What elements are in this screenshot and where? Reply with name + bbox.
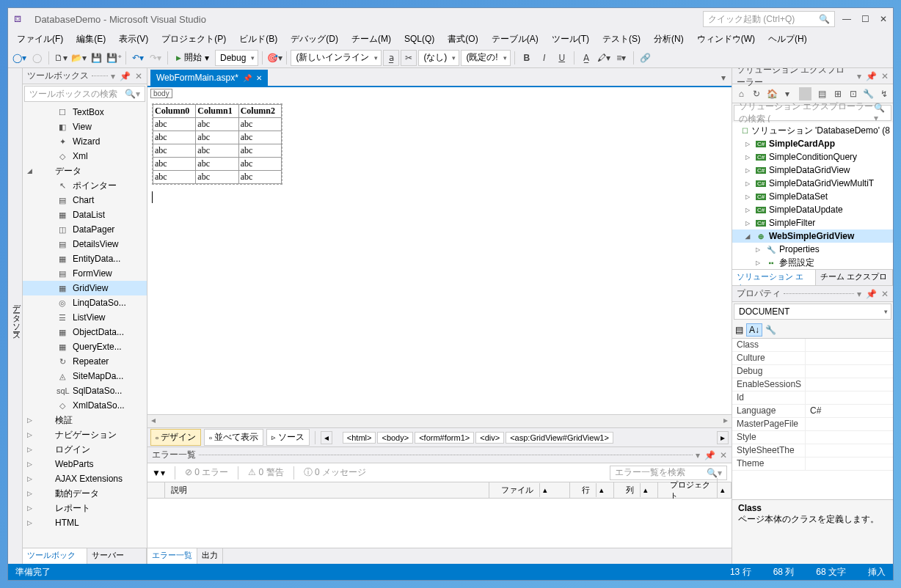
solution-item[interactable]: ▷C#SimpleDataUpdate bbox=[732, 203, 893, 216]
dropdown-icon[interactable]: ▾ bbox=[111, 71, 115, 81]
menu-item[interactable]: 編集(E) bbox=[70, 32, 112, 47]
solution-item[interactable]: ▷C#SimpleCardApp bbox=[732, 137, 893, 150]
toolbox-item[interactable]: ✦Wizard bbox=[23, 134, 147, 149]
messages-toggle[interactable]: ⓘ 0 メッセージ bbox=[304, 466, 366, 479]
pin-icon[interactable]: 📌 bbox=[704, 450, 715, 460]
designer-surface[interactable]: body Column0Column1Column2abcabcabcabcab… bbox=[147, 87, 732, 414]
property-row[interactable]: LanguageC# bbox=[732, 405, 893, 418]
toolbox-item[interactable]: ▦DataList bbox=[23, 207, 147, 222]
property-row[interactable]: Id bbox=[732, 392, 893, 405]
back-button[interactable]: ◯▾ bbox=[11, 50, 27, 66]
toolbox-footer-tab[interactable]: ツールボックス bbox=[23, 548, 87, 564]
property-row[interactable]: Culture bbox=[732, 352, 893, 365]
pin-icon[interactable]: 📌 bbox=[120, 71, 131, 81]
breadcrumb-prev-icon[interactable]: ◂ bbox=[321, 431, 332, 444]
toolbox-item[interactable]: ◧View bbox=[23, 120, 147, 134]
tabs-dropdown-icon[interactable]: ▾ bbox=[718, 70, 729, 86]
home-icon[interactable]: ⌂ bbox=[735, 89, 748, 99]
menu-item[interactable]: SQL(Q) bbox=[398, 32, 440, 45]
toolbox-item[interactable]: ▷WebParts bbox=[23, 457, 147, 471]
toolbox-footer-tab[interactable]: サーバー エ… bbox=[87, 548, 147, 564]
solution-item[interactable]: ▷C#SimpleFilter bbox=[732, 216, 893, 229]
toolbox-item[interactable]: ☐TextBox bbox=[23, 105, 147, 120]
ab-button[interactable]: a̲ bbox=[383, 50, 399, 66]
close-button[interactable]: ✕ bbox=[880, 14, 887, 24]
menu-item[interactable]: チーム(M) bbox=[346, 32, 397, 47]
redo-button[interactable]: ↷▾ bbox=[147, 50, 164, 66]
design-view-button[interactable]: ▫ デザイン bbox=[150, 429, 201, 446]
save-button[interactable]: 💾 bbox=[88, 50, 104, 66]
toolbox-item[interactable]: ▤Chart bbox=[23, 193, 147, 207]
new-project-button[interactable]: 🗋▾ bbox=[53, 50, 69, 66]
breadcrumb-item[interactable]: <html> bbox=[343, 432, 376, 444]
property-pages-icon[interactable]: 🔧 bbox=[765, 325, 776, 335]
default-combo[interactable]: (既定の! bbox=[461, 50, 510, 66]
toolbox-item[interactable]: ◢データ bbox=[23, 163, 147, 178]
menu-item[interactable]: プロジェクト(P) bbox=[156, 32, 232, 47]
bold-button[interactable]: B bbox=[519, 50, 535, 66]
toolbox-item[interactable]: ▤DetailsView bbox=[23, 237, 147, 251]
toolbox-item[interactable]: ◎LinqDataSo... bbox=[23, 295, 147, 310]
inline-combo[interactable]: (新しいインライン bbox=[291, 50, 382, 66]
toolbox-item[interactable]: ◇Xml bbox=[23, 149, 147, 163]
toolbox-item[interactable]: ↻Repeater bbox=[23, 354, 147, 369]
breadcrumb-item[interactable]: <form#form1> bbox=[415, 432, 474, 444]
none-combo[interactable]: (なし) bbox=[418, 50, 459, 66]
close-panel-icon[interactable]: ✕ bbox=[135, 71, 142, 81]
menu-item[interactable]: ビルド(B) bbox=[233, 32, 283, 47]
toolbox-item[interactable]: ▷ナビゲーション bbox=[23, 427, 147, 442]
forward-button[interactable]: ◯ bbox=[29, 50, 45, 66]
menu-item[interactable]: 書式(O) bbox=[442, 32, 484, 47]
toolbox-item[interactable]: ▷HTML bbox=[23, 515, 147, 530]
forecolor-button[interactable]: A̲ bbox=[578, 50, 594, 66]
toolbox-item[interactable]: ▷動的データ bbox=[23, 486, 147, 501]
toolbox-item[interactable]: ▤FormView bbox=[23, 266, 147, 281]
underline-button[interactable]: U bbox=[554, 50, 570, 66]
menu-item[interactable]: ウィンドウ(W) bbox=[691, 32, 761, 47]
solution-item[interactable]: ▷C#SimpleDataGridViewMultiT bbox=[732, 177, 893, 190]
close-tab-icon[interactable]: ✕ bbox=[256, 74, 262, 82]
ab2-button[interactable]: ✂ bbox=[401, 50, 417, 66]
property-row[interactable]: Theme bbox=[732, 457, 893, 471]
breadcrumb-next-icon[interactable]: ▸ bbox=[717, 431, 729, 444]
toolbox-item[interactable]: ↖ポインター bbox=[23, 178, 147, 193]
solution-item[interactable]: ▷C#SimpleDataGridView bbox=[732, 163, 893, 177]
alphabetical-icon[interactable]: A↓ bbox=[746, 323, 762, 337]
config-combo[interactable]: Debug bbox=[215, 50, 258, 66]
breadcrumb-item[interactable]: <asp:GridView#GridView1> bbox=[506, 432, 613, 444]
toolbox-item[interactable]: ◫DataPager bbox=[23, 222, 147, 237]
menu-item[interactable]: デバッグ(D) bbox=[285, 32, 344, 47]
toolbox-item[interactable]: ▦QueryExte... bbox=[23, 339, 147, 354]
toolbox-item[interactable]: ▷レポート bbox=[23, 501, 147, 515]
document-tab[interactable]: WebFormMain.aspx* 📌 ✕ bbox=[150, 70, 268, 86]
menu-item[interactable]: ツール(T) bbox=[546, 32, 595, 47]
horizontal-scrollbar[interactable]: ◂▸ bbox=[147, 414, 732, 427]
property-row[interactable]: StyleSheetThe bbox=[732, 444, 893, 457]
italic-button[interactable]: I bbox=[536, 50, 552, 66]
start-debug-button[interactable]: 開始▾ bbox=[172, 51, 214, 64]
toolbox-item[interactable]: ▷ログイン bbox=[23, 442, 147, 457]
solution-search-input[interactable]: ソリューション エクスプローラー の検索 (🔍▾ bbox=[734, 105, 891, 121]
solution-item[interactable]: ▷C#SimpleDataSet bbox=[732, 190, 893, 203]
home-icon[interactable]: 🏠 bbox=[766, 89, 778, 99]
toolbox-search-input[interactable]: ツールボックスの検索🔍▾ bbox=[24, 86, 145, 102]
menu-item[interactable]: テスト(S) bbox=[597, 32, 646, 47]
warnings-toggle[interactable]: ⚠ 0 警告 bbox=[248, 466, 283, 479]
output-tab[interactable]: 出力 bbox=[197, 548, 223, 564]
datasource-vtab[interactable]: データソース bbox=[8, 68, 23, 564]
source-view-button[interactable]: ▹ ソース bbox=[266, 429, 310, 446]
maximize-button[interactable]: ☐ bbox=[861, 14, 869, 24]
solution-item[interactable]: ▷C#SimpleConditionQuery bbox=[732, 150, 893, 163]
split-view-button[interactable]: ▫ 並べて表示 bbox=[204, 429, 263, 446]
property-row[interactable]: Class bbox=[732, 339, 893, 352]
target-button[interactable]: 🎯▾ bbox=[266, 50, 282, 66]
toolbox-item[interactable]: ▷検証 bbox=[23, 413, 147, 427]
menu-item[interactable]: ヘルプ(H) bbox=[762, 32, 813, 47]
minimize-button[interactable]: — bbox=[842, 14, 851, 24]
solution-footer-tab[interactable]: ソリューション エクス… bbox=[732, 270, 816, 285]
backcolor-button[interactable]: 🖍▾ bbox=[596, 50, 612, 66]
property-object-combo[interactable]: DOCUMENT bbox=[734, 304, 891, 320]
menu-item[interactable]: テーブル(A) bbox=[486, 32, 544, 47]
quick-launch-input[interactable]: クイック起動 (Ctrl+Q)🔍 bbox=[703, 11, 835, 27]
property-row[interactable]: Style bbox=[732, 431, 893, 444]
